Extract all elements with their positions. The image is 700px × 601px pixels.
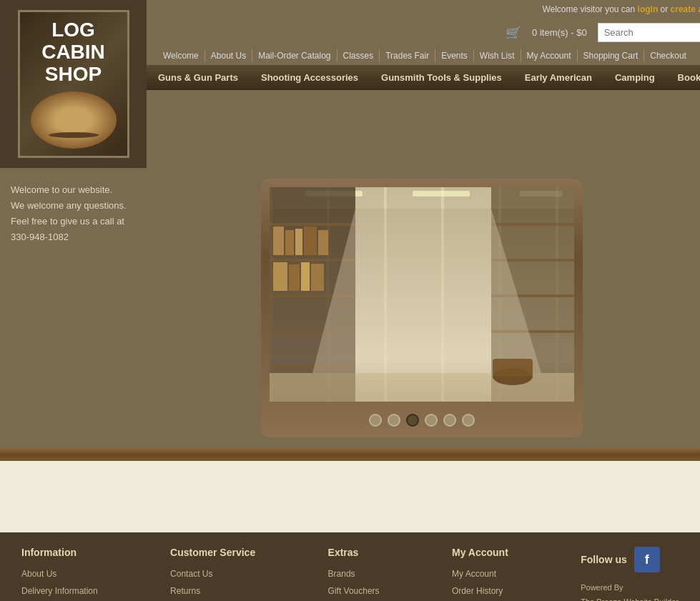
- login-link[interactable]: login: [638, 4, 659, 14]
- nav-about[interactable]: About Us: [205, 49, 252, 62]
- slide-dot-6[interactable]: [462, 414, 475, 427]
- content-area: Welcome to our website.We welcome any qu…: [0, 168, 700, 448]
- svg-rect-18: [311, 264, 324, 291]
- logo-area: LOG CABIN SHOP: [0, 0, 147, 168]
- svg-rect-20: [491, 223, 574, 226]
- follow-header: Follow us f: [581, 547, 679, 572]
- nav-cart[interactable]: Shopping Cart: [578, 49, 645, 62]
- nav-myaccount[interactable]: My Account: [521, 49, 578, 62]
- nav-links: Welcome About Us Mail-Order Catalog Clas…: [147, 46, 700, 65]
- svg-rect-14: [318, 230, 328, 255]
- footer-about[interactable]: About Us: [21, 565, 98, 582]
- svg-rect-27: [493, 359, 533, 377]
- logo-line2: CABIN: [31, 41, 117, 64]
- slide-dot-4[interactable]: [425, 414, 438, 427]
- mainnav-early-american[interactable]: Early American: [513, 65, 603, 90]
- welcome-text: Welcome visitor you can: [542, 4, 637, 14]
- logo-image: [31, 91, 117, 149]
- footer: Information About Us Delivery Informatio…: [0, 532, 700, 601]
- footer-my-account: My Account My Account Order History Wish…: [452, 547, 508, 601]
- footer-account[interactable]: My Account: [452, 565, 508, 582]
- mainnav-guns[interactable]: Guns & Gun Parts: [147, 65, 250, 90]
- footer-brands[interactable]: Brands: [328, 565, 380, 582]
- cart-search-bar: 🛒 0 item(s) - $0 🔍: [147, 19, 700, 46]
- svg-rect-5: [270, 223, 355, 226]
- builder-name: The Breeze Website Builder: [581, 597, 679, 601]
- nav-wishlist[interactable]: Wish List: [474, 49, 521, 62]
- mainnav-books[interactable]: Books & DVDs: [666, 65, 700, 90]
- slideshow-frame: [261, 179, 583, 437]
- cream-area: [0, 461, 700, 532]
- or-text: or: [661, 4, 671, 14]
- slide-dot-3[interactable]: [406, 414, 419, 427]
- slide-dot-5[interactable]: [443, 414, 456, 427]
- svg-rect-2: [413, 191, 470, 197]
- cart-count: 0 item(s) - $0: [532, 27, 587, 38]
- svg-rect-13: [304, 227, 317, 255]
- nav-catalog[interactable]: Mail-Order Catalog: [252, 49, 337, 62]
- footer-information: Information About Us Delivery Informatio…: [21, 547, 98, 601]
- top-bar: Welcome visitor you can login or create …: [147, 0, 700, 19]
- mainnav-shooting[interactable]: Shooting Accessories: [250, 65, 370, 90]
- nav-events[interactable]: Events: [435, 49, 474, 62]
- footer-gift-vouchers[interactable]: Gift Vouchers: [328, 582, 380, 600]
- search-input[interactable]: [598, 24, 700, 41]
- footer-cs-heading: Customer Service: [170, 547, 255, 558]
- footer-contact[interactable]: Contact Us: [170, 565, 255, 582]
- create-account-link[interactable]: create an account: [671, 4, 700, 14]
- search-box: 🔍: [598, 23, 700, 42]
- footer-follow-heading: Follow us: [581, 554, 627, 565]
- svg-rect-11: [285, 230, 294, 255]
- mainnav-camping[interactable]: Camping: [603, 65, 666, 90]
- logo-box: LOG CABIN SHOP: [18, 10, 129, 157]
- slide-dot-2[interactable]: [388, 414, 400, 427]
- footer-grid: Information About Us Delivery Informatio…: [21, 547, 679, 601]
- slideshow-container: [154, 179, 689, 437]
- facebook-icon[interactable]: f: [634, 547, 660, 572]
- nav-classes[interactable]: Classes: [337, 49, 380, 62]
- header: LOG CABIN SHOP Welcome visitor you can l…: [0, 0, 700, 168]
- powered-by: Powered By The Breeze Website Builder Lo…: [581, 581, 679, 601]
- svg-rect-10: [273, 227, 284, 255]
- footer-delivery[interactable]: Delivery Information: [21, 582, 98, 600]
- main-nav: Guns & Gun Parts Shooting Accessories Gu…: [147, 65, 700, 90]
- cart-icon[interactable]: 🛒: [506, 25, 521, 41]
- svg-rect-17: [301, 262, 310, 291]
- svg-rect-12: [295, 229, 302, 255]
- sidebar-welcome: Welcome to our website.We welcome any qu…: [11, 182, 143, 245]
- footer-info-heading: Information: [21, 547, 98, 558]
- footer-extras: Extras Brands Gift Vouchers Affiliates S…: [328, 547, 380, 601]
- nav-welcome[interactable]: Welcome: [157, 49, 205, 62]
- footer-extras-heading: Extras: [328, 547, 380, 558]
- logo-line3: SHOP: [31, 64, 117, 86]
- svg-rect-15: [273, 262, 287, 291]
- sidebar: Welcome to our website.We welcome any qu…: [11, 179, 143, 437]
- mainnav-gunsmith[interactable]: Gunsmith Tools & Supplies: [370, 65, 513, 90]
- footer-follow: Follow us f Powered By The Breeze Websit…: [581, 547, 679, 601]
- footer-customer-service: Customer Service Contact Us Returns Site…: [170, 547, 255, 601]
- svg-rect-16: [289, 264, 300, 291]
- footer-order-history[interactable]: Order History: [452, 582, 508, 600]
- separator: [0, 448, 700, 461]
- slide-dot-1[interactable]: [369, 414, 382, 427]
- footer-returns[interactable]: Returns: [170, 582, 255, 600]
- header-right: Welcome visitor you can login or create …: [147, 0, 700, 90]
- powered-label: Powered By: [581, 583, 623, 592]
- footer-account-heading: My Account: [452, 547, 508, 558]
- slideshow-dots: [369, 414, 475, 427]
- nav-checkout[interactable]: Checkout: [644, 49, 692, 62]
- slideshow-image: [270, 187, 574, 402]
- logo-line1: LOG: [31, 19, 117, 41]
- nav-trades[interactable]: Trades Fair: [380, 49, 435, 62]
